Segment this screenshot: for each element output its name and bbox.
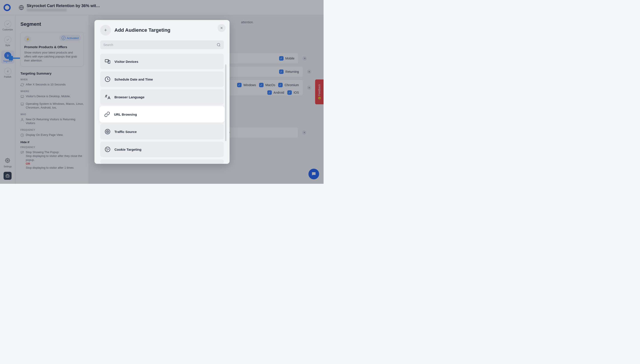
add-audience-modal: + Add Audience Targeting Visitor Devices… (94, 20, 230, 164)
clock-icon (105, 76, 110, 82)
devices-icon (105, 58, 110, 64)
target-icon (105, 129, 110, 134)
svg-point-23 (107, 132, 108, 132)
option-visitor-devices[interactable]: Visitor Devices (100, 54, 224, 69)
option-browser-language[interactable]: Browser Language (100, 89, 224, 105)
svg-point-24 (105, 147, 110, 152)
translate-icon (105, 94, 110, 100)
search-input[interactable] (100, 40, 224, 49)
svg-point-27 (107, 150, 107, 150)
close-button[interactable] (218, 24, 226, 32)
svg-line-17 (219, 46, 220, 46)
svg-point-25 (107, 148, 107, 149)
svg-point-16 (217, 43, 220, 46)
cookie-icon (105, 146, 110, 152)
scrollbar[interactable] (225, 64, 227, 164)
search-icon (217, 43, 221, 47)
option-url-browsing[interactable]: URL Browsing (100, 107, 224, 122)
option-schedule[interactable]: Schedule Date and Time (100, 72, 224, 87)
option-partial[interactable] (100, 159, 224, 164)
svg-point-26 (108, 149, 108, 149)
modal-title: Add Audience Targeting (114, 27, 170, 33)
option-cookie-targeting[interactable]: Cookie Targeting (100, 142, 224, 157)
plus-icon: + (100, 25, 111, 36)
option-traffic-source[interactable]: Traffic Source (100, 124, 224, 140)
link-icon (104, 112, 110, 117)
